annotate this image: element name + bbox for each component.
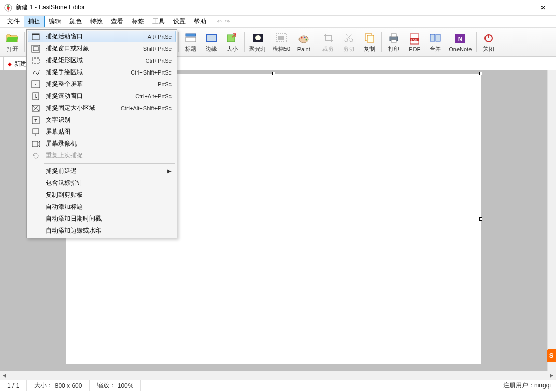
object-icon	[30, 44, 41, 53]
capture-menu-item[interactable]: 自动添加日期时间戳	[28, 213, 176, 225]
svg-rect-43	[32, 141, 38, 147]
pin-icon	[30, 127, 41, 137]
capture-menu-item[interactable]: 自动添加标题	[28, 201, 176, 213]
menu-item-shortcut: PrtSc	[158, 81, 172, 88]
menu-item-label: 捕捉整个屏幕	[46, 80, 158, 89]
svg-point-1	[7, 5, 9, 7]
menu-item-shortcut: Shift+PrtSc	[143, 46, 172, 52]
maximize-button[interactable]	[507, 0, 531, 16]
freehand-icon	[30, 68, 41, 77]
corner-badge[interactable]: S	[547, 349, 556, 362]
tool-label: 打印	[388, 45, 400, 53]
svg-text:PDF: PDF	[411, 38, 418, 41]
menu-effect[interactable]: 特效	[86, 16, 107, 27]
capture-menu-item[interactable]: 捕捉矩形区域Ctrl+PrtSc	[28, 54, 176, 66]
tool-label: 标题	[185, 45, 196, 53]
menu-item-label: 捕捉活动窗口	[46, 32, 148, 41]
menu-item-label: 屏幕录像机	[46, 139, 172, 148]
undo-icon[interactable]: ↶	[217, 18, 222, 25]
svg-rect-32	[32, 34, 39, 35]
menu-item-label: 自动添加标题	[46, 202, 172, 211]
scroll-left-icon[interactable]: ◀	[0, 371, 9, 380]
tool-pdf[interactable]: PDFPDF	[404, 29, 425, 55]
scroll-right-icon[interactable]: ▶	[547, 371, 556, 380]
capture-menu-item[interactable]: 包含鼠标指针	[28, 177, 176, 189]
tool-close-doc[interactable]: 关闭	[478, 29, 499, 55]
capture-menu-item[interactable]: 自动添加边缘或水印	[28, 225, 176, 237]
menu-item-label: 捕捉固定大小区域	[46, 104, 121, 112]
ocr-icon: T	[30, 115, 41, 125]
capture-menu-item[interactable]: 捕捉窗口或对象Shift+PrtSc	[28, 42, 176, 54]
menu-label[interactable]: 标签	[127, 16, 148, 27]
tool-edge[interactable]: 边缘	[201, 29, 222, 55]
menu-file[interactable]: 文件	[3, 16, 24, 27]
vertical-scrollbar[interactable]	[547, 70, 556, 371]
close-button[interactable]: ✕	[531, 0, 555, 16]
tool-label: 剪切	[343, 45, 354, 53]
tool-resize[interactable]: 大小	[222, 29, 243, 55]
menu-settings[interactable]: 设置	[169, 16, 190, 27]
toolbar-separator	[178, 32, 179, 52]
svg-point-14	[306, 39, 307, 40]
fullscreen-icon	[30, 80, 41, 89]
menu-bar: 文件 捕捉 编辑 颜色 特效 查看 标签 工具 设置 帮助 ↶ ↷	[0, 16, 556, 28]
capture-menu-item[interactable]: 捕捉固定大小区域Ctrl+Alt+Shift+PrtSc	[28, 102, 176, 114]
capture-menu-item[interactable]: 捕捉整个屏幕PrtSc	[28, 78, 176, 90]
tool-merge[interactable]: 合并	[425, 29, 446, 55]
svg-rect-2	[517, 5, 522, 10]
resize-handle-topright[interactable]	[479, 72, 482, 75]
tool-label: 大小	[226, 45, 238, 53]
capture-menu-item[interactable]: 捕捉滚动窗口Ctrl+Alt+PrtSc	[28, 90, 176, 102]
tool-crop[interactable]: 裁剪	[318, 29, 338, 55]
menu-edit[interactable]: 编辑	[45, 16, 65, 27]
copy-icon	[363, 32, 376, 44]
svg-rect-35	[32, 58, 39, 63]
menu-item-label: 捕捉窗口或对象	[46, 44, 143, 53]
capture-menu-item[interactable]: 捕捉活动窗口Alt+PrtSc	[28, 31, 176, 42]
tool-label: 关闭	[483, 45, 494, 53]
menu-help[interactable]: 帮助	[190, 16, 210, 27]
menu-separator	[44, 163, 175, 164]
redo-icon[interactable]: ↷	[225, 18, 230, 25]
capture-menu-item[interactable]: 复制到剪贴板	[28, 189, 176, 201]
menu-item-shortcut: Alt+PrtSc	[148, 34, 172, 40]
capture-menu-item[interactable]: T文字识别	[28, 114, 176, 126]
tool-onenote[interactable]: NOneNote	[446, 29, 475, 55]
menu-color[interactable]: 颜色	[65, 16, 86, 27]
menu-item-label: 复制到剪贴板	[46, 191, 172, 199]
fixed-icon	[30, 104, 41, 113]
menu-capture[interactable]: 捕捉	[24, 16, 45, 27]
tool-spotlight[interactable]: 聚光灯	[246, 29, 269, 55]
status-page: 1 / 1	[0, 380, 27, 391]
menu-item-label: 重复上次捕捉	[46, 151, 172, 160]
tool-paint[interactable]: Paint	[293, 29, 314, 55]
menu-view[interactable]: 查看	[107, 16, 127, 27]
svg-rect-33	[32, 45, 40, 52]
menu-item-shortcut: Ctrl+Alt+PrtSc	[135, 93, 172, 99]
undo-redo-group: ↶ ↷	[217, 18, 230, 25]
tool-title[interactable]: 标题	[180, 29, 201, 55]
resize-handle-top[interactable]	[272, 72, 275, 75]
tool-print[interactable]: 打印	[383, 29, 404, 55]
tool-label: PDF	[409, 46, 420, 52]
tool-open[interactable]: 打开	[2, 29, 23, 55]
capture-menu-item[interactable]: 屏幕录像机	[28, 138, 176, 150]
tool-copy[interactable]: 复制	[359, 29, 380, 55]
tool-label: 边缘	[206, 45, 217, 53]
modified-indicator-icon: ◆	[8, 61, 12, 67]
capture-menu-item[interactable]: 屏幕贴图	[28, 126, 176, 138]
minimize-button[interactable]: —	[483, 0, 507, 16]
horizontal-scrollbar[interactable]: ◀ ▶	[0, 371, 556, 380]
scroll-track[interactable]	[9, 371, 547, 380]
record-icon	[30, 139, 41, 149]
svg-rect-4	[186, 37, 196, 42]
menu-tools[interactable]: 工具	[148, 16, 169, 27]
menu-item-label: 自动添加日期时间戳	[46, 214, 172, 223]
capture-menu-item[interactable]: 捕捉手绘区域Ctrl+Shift+PrtSc	[28, 66, 176, 78]
resize-handle-right[interactable]	[479, 217, 482, 221]
tool-blur[interactable]: 模糊50	[269, 29, 293, 55]
svg-rect-3	[186, 34, 196, 36]
tool-cut[interactable]: 剪切	[338, 29, 359, 55]
capture-menu-item[interactable]: 捕捉前延迟▶	[28, 165, 176, 177]
submenu-arrow-icon: ▶	[167, 168, 172, 174]
